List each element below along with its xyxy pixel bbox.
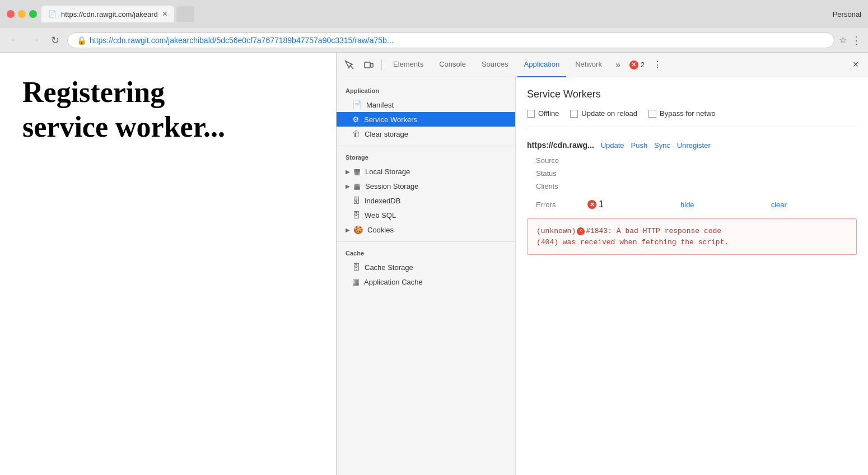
- manifest-icon: 📄: [352, 100, 362, 109]
- device-toolbar-button[interactable]: [360, 57, 377, 73]
- indexeddb-icon: 🗄: [352, 196, 360, 205]
- devtools-close-button[interactable]: ×: [848, 57, 864, 73]
- tab-sources[interactable]: Sources: [475, 53, 515, 77]
- minimize-traffic-light[interactable]: [18, 10, 26, 18]
- more-tabs-button[interactable]: »: [611, 60, 625, 70]
- sidebar-item-indexeddb[interactable]: 🗄 IndexedDB: [337, 193, 515, 208]
- bypass-for-network-option[interactable]: Bypass for netwo: [648, 109, 716, 118]
- clear-storage-icon: 🗑: [352, 129, 360, 138]
- svg-rect-2: [371, 63, 373, 67]
- update-on-reload-option[interactable]: Update on reload: [570, 109, 637, 118]
- svg-rect-1: [365, 62, 370, 68]
- sidebar-section-storage: Storage: [337, 151, 515, 164]
- options-row: Offline Update on reload Bypass for netw…: [527, 109, 857, 127]
- errors-hide-link[interactable]: hide: [680, 201, 764, 209]
- local-storage-label: Local Storage: [365, 167, 410, 176]
- errors-clear-link[interactable]: clear: [771, 201, 857, 209]
- sidebar-item-local-storage[interactable]: ▶ ▦ Local Storage: [337, 164, 515, 179]
- maximize-traffic-light[interactable]: [29, 10, 37, 18]
- browser-window: 📄 https://cdn.rawgit.com/jakeard × Perso…: [0, 0, 868, 475]
- sw-url-row: https://cdn.rawg... Update Push Sync Unr…: [527, 141, 857, 150]
- page-content: Registering service worker...: [0, 53, 336, 475]
- browser-tab[interactable]: 📄 https://cdn.rawgit.com/jakeard ×: [41, 6, 174, 22]
- devtools-main-panel: Service Workers Offline Update on reload: [516, 77, 868, 475]
- sidebar-item-clear-storage[interactable]: 🗑 Clear storage: [337, 127, 515, 141]
- address-bar: ← → ↻ 🔒 https://cdn.rawgit.com/jakearchi…: [0, 28, 868, 53]
- offline-option[interactable]: Offline: [527, 109, 559, 118]
- secure-icon: 🔒: [77, 36, 86, 45]
- address-text: https://cdn.rawgit.com/jakearchibald/5dc…: [90, 36, 394, 45]
- sidebar-divider-2: [337, 241, 515, 242]
- bypass-for-network-label: Bypass for netwo: [660, 109, 716, 118]
- errors-row: Errors ✕ 1 hide clear: [536, 199, 857, 209]
- local-storage-grid-icon: ▦: [353, 167, 361, 176]
- source-label: Source: [536, 156, 581, 165]
- devtools-toolbar: Elements Console Sources Application Net…: [337, 53, 868, 77]
- error-box: (unknown)✕#1843: A bad HTTP response cod…: [527, 218, 857, 255]
- web-sql-label: Web SQL: [365, 211, 396, 220]
- sidebar-item-manifest[interactable]: 📄 Manifest: [337, 97, 515, 112]
- session-storage-grid-icon: ▦: [353, 181, 361, 190]
- new-tab-button[interactable]: [176, 6, 194, 22]
- offline-checkbox[interactable]: [527, 110, 535, 118]
- traffic-lights: [7, 10, 37, 18]
- tab-network[interactable]: Network: [568, 53, 609, 77]
- tab-application[interactable]: Application: [517, 53, 567, 77]
- error-badge: ✕ 2: [629, 60, 645, 69]
- devtools-sidebar: Application 📄 Manifest ⚙ Service Workers…: [337, 77, 516, 475]
- reload-button[interactable]: ↻: [47, 32, 63, 48]
- manifest-label: Manifest: [366, 101, 394, 109]
- error-text: (unknown)✕#1843: A bad HTTP response cod…: [536, 226, 847, 248]
- clear-storage-label: Clear storage: [365, 130, 408, 138]
- update-on-reload-checkbox[interactable]: [570, 110, 578, 118]
- errors-count: 1: [599, 199, 604, 209]
- service-workers-icon: ⚙: [352, 115, 360, 124]
- error-message-2: (404) was received when fetching the scr…: [536, 238, 729, 246]
- session-storage-arrow-icon: ▶: [346, 183, 350, 189]
- tab-close-button[interactable]: ×: [162, 9, 167, 19]
- application-cache-icon: ▦: [352, 277, 360, 286]
- sidebar-item-web-sql[interactable]: 🗄 Web SQL: [337, 208, 515, 222]
- sidebar-section-cache: Cache: [337, 246, 515, 260]
- forward-button[interactable]: →: [27, 32, 43, 48]
- sw-push-link[interactable]: Push: [631, 141, 647, 150]
- tab-console[interactable]: Console: [432, 53, 473, 77]
- cookies-arrow-icon: ▶: [346, 227, 350, 233]
- error-message-1: #1843: A bad HTTP response code: [586, 227, 721, 235]
- tab-elements[interactable]: Elements: [386, 53, 430, 77]
- sidebar-item-service-workers[interactable]: ⚙ Service Workers: [337, 112, 515, 127]
- back-button[interactable]: ←: [7, 32, 22, 48]
- sidebar-item-session-storage[interactable]: ▶ ▦ Session Storage: [337, 179, 515, 193]
- toolbar-separator: [381, 59, 382, 71]
- error-inline-icon: ✕: [577, 227, 585, 235]
- sidebar-divider-1: [337, 146, 515, 146]
- panel-title: Service Workers: [527, 89, 857, 100]
- sw-sync-link[interactable]: Sync: [654, 141, 670, 150]
- sw-unregister-link[interactable]: Unregister: [677, 141, 711, 150]
- svg-line-0: [350, 66, 353, 69]
- clients-label: Clients: [536, 182, 581, 190]
- sidebar-item-application-cache[interactable]: ▦ Application Cache: [337, 274, 515, 289]
- application-cache-label: Application Cache: [364, 278, 423, 286]
- errors-badge: ✕ 1: [587, 199, 674, 209]
- more-options-icon[interactable]: ⋮: [851, 34, 861, 46]
- status-value: [590, 169, 857, 178]
- sw-details: Source Status Clients: [536, 156, 857, 190]
- address-input[interactable]: 🔒 https://cdn.rawgit.com/jakearchibald/5…: [67, 32, 834, 48]
- close-traffic-light[interactable]: [7, 10, 15, 18]
- service-workers-label: Service Workers: [364, 115, 417, 124]
- web-sql-icon: 🗄: [352, 211, 360, 220]
- sw-update-link[interactable]: Update: [601, 141, 624, 150]
- devtools-menu-button[interactable]: ⋮: [649, 57, 666, 73]
- cookies-label: Cookies: [367, 226, 394, 234]
- local-storage-arrow-icon: ▶: [346, 169, 350, 175]
- error-circle-icon: ✕: [629, 60, 638, 69]
- inspect-element-button[interactable]: [341, 57, 358, 73]
- bypass-for-network-checkbox[interactable]: [648, 110, 656, 118]
- sidebar-item-cookies[interactable]: ▶ 🍪 Cookies: [337, 222, 515, 237]
- sidebar-item-cache-storage[interactable]: 🗄 Cache Storage: [337, 260, 515, 274]
- bookmark-icon[interactable]: ☆: [839, 35, 847, 45]
- tab-icon: 📄: [48, 10, 57, 18]
- errors-label: Errors: [536, 201, 581, 209]
- heading-line2: service worker...: [22, 111, 225, 143]
